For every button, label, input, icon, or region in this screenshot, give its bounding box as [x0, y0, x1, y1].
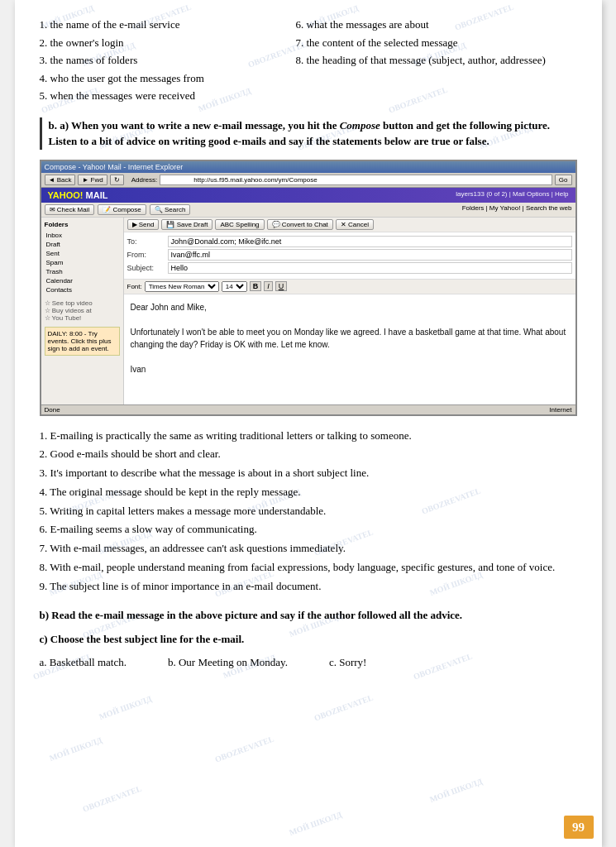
section-b: b) Read the e-mail message in the above … [40, 607, 577, 624]
to-label: To: [127, 237, 165, 246]
list-item: 5. when the messages were received [40, 88, 288, 104]
internet-zone: Internet [549, 406, 571, 414]
list-item: 2. the owner's login [40, 35, 288, 51]
instruction-italic: Compose [340, 119, 380, 132]
send-button[interactable]: ▶ Send [127, 219, 160, 230]
search-button[interactable]: 🔍 Search [150, 204, 191, 215]
statement-item: 3. It's important to describe what the m… [40, 465, 577, 482]
folder-contacts[interactable]: Contacts [45, 285, 120, 294]
yahoo-ad: ☆ See top video ☆ Buy videos at ☆ You Tu… [45, 299, 120, 322]
list-col-right: 6. what the messages are about7. the con… [296, 17, 577, 106]
mail-user: layers133 (0 of 2) | Mail Options | Help [456, 190, 568, 198]
compose-action-toolbar: ▶ Send 💾 Save Draft ABC Spelling 💬 Conve… [124, 218, 575, 232]
statement-item: 9. The subject line is of minor importan… [40, 578, 577, 596]
email-screenshot: Compose - Yahoo! Mail - Internet Explore… [40, 160, 577, 416]
compose-area: Folders Inbox Draft Sent Spam Trash Cale… [41, 218, 575, 404]
instruction-text-bold: a) When you want to write a new e-mail m… [60, 119, 339, 132]
address-bar-value: http://us.f95.mail.yahoo.com/ym/Compose [160, 175, 552, 185]
list-item: 1. the name of the e-mail service [40, 17, 288, 33]
back-button[interactable]: ◄ Back [45, 175, 76, 185]
save-draft-button[interactable]: 💾 Save Draft [161, 219, 212, 230]
list-item: 8. the heading of that message (subject,… [296, 52, 577, 69]
page-number: 99 [564, 816, 594, 839]
statement-item: 7. With e-mail messages, an addressee ca… [40, 540, 577, 557]
yahoo-logo: YAHOO! [48, 190, 84, 200]
convert-to-chat-button[interactable]: 💬 Convert to Chat [267, 219, 333, 230]
refresh-button[interactable]: ↻ [110, 175, 124, 185]
choice-item: a. Basketball match. [40, 656, 127, 669]
underline-button[interactable]: U [275, 281, 288, 291]
choice-item: b. Our Meeting on Monday. [168, 656, 288, 669]
statement-item: 4. The original message should be kept i… [40, 484, 577, 501]
mail-label: MAIL [86, 190, 108, 200]
ad-item1: ☆ See top video [45, 299, 120, 307]
folders-heading: Folders [45, 221, 120, 228]
spelling-button[interactable]: ABC Spelling [215, 219, 264, 230]
bold-button[interactable]: B [250, 281, 262, 291]
watermark-text: МОЙ ШКОЛД [288, 810, 343, 837]
list-item: 6. what the messages are about [296, 17, 577, 33]
subject-value[interactable]: Hello [168, 262, 572, 274]
compose-button[interactable]: 📝 Compose [98, 204, 146, 215]
ad-item2: ☆ Buy videos at [45, 307, 120, 314]
from-field-row: From: Ivan@ffc.ml [127, 249, 572, 261]
folder-calendar[interactable]: Calendar [45, 276, 120, 285]
browser-statusbar: Done Internet [41, 404, 575, 414]
instruction-label: b. [49, 119, 57, 132]
statement-item: 8. With e-mail, people understand meanin… [40, 559, 577, 577]
section-c: c) Choose the best subject line for the … [40, 631, 577, 648]
address-bar-label: Address: [131, 176, 158, 184]
browser-toolbar: ◄ Back ► Fwd ↻ Address: http://us.f95.ma… [41, 173, 575, 188]
format-toolbar: Font: Times New Roman 14 B I U [124, 280, 575, 294]
instruction-block: b. a) When you want to write a new e-mai… [40, 117, 577, 150]
font-label: Font: [127, 283, 142, 290]
watermark-text: OBOZREVATEL [313, 692, 374, 722]
cancel-button[interactable]: ✕ Cancel [336, 219, 374, 230]
statement-item: 1. E-mailing is practically the same as … [40, 428, 577, 445]
watermark-text: OBOZREVATEL [81, 783, 142, 813]
folder-inbox[interactable]: Inbox [45, 231, 120, 240]
folder-draft[interactable]: Draft [45, 240, 120, 249]
mail-count: Folders | My Yahoo! | Search the web [462, 204, 572, 215]
watermark-text: МОЙ ШКОЛД [98, 694, 153, 721]
ad-banner: DAILY: 8:00 - Try events. Click this plu… [45, 327, 120, 356]
italic-button[interactable]: I [264, 281, 273, 291]
status-text: Done [45, 406, 60, 414]
subject-label: Subject: [127, 264, 165, 272]
section-c-text: Choose the best subject line for the e-m… [50, 633, 244, 645]
statement-item: 6. E-mailing seems a slow way of communi… [40, 521, 577, 538]
watermark-text: OBOZREVATEL [213, 734, 275, 763]
email-body: Dear John and Mike, Unfortunately I won'… [124, 294, 575, 404]
list-col-left: 1. the name of the e-mail service2. the … [40, 17, 288, 106]
folder-sent[interactable]: Sent [45, 249, 120, 258]
subject-field-row: Subject: Hello [127, 262, 572, 274]
choices-row: a. Basketball match.b. Our Meeting on Mo… [40, 656, 577, 669]
email-greeting: Dear John and Mike, [131, 301, 569, 313]
statement-item: 5. Writing in capital letters makes a me… [40, 503, 577, 520]
choice-item: c. Sorry! [329, 656, 367, 669]
numbered-list-section: 1. the name of the e-mail service2. the … [40, 17, 577, 106]
statements-section: 1. E-mailing is practically the same as … [40, 428, 577, 596]
list-item: 7. the content of the selected message [296, 35, 577, 51]
browser-titlebar: Compose - Yahoo! Mail - Internet Explore… [41, 161, 575, 173]
watermark-text: МОЙ ШКОЛД [428, 777, 484, 804]
email-signature: Ivan [131, 363, 569, 376]
check-mail-button[interactable]: ✉ Check Mail [45, 204, 95, 215]
size-select[interactable]: 14 [222, 281, 247, 292]
browser-title-text: Compose - Yahoo! Mail - Internet Explore… [45, 163, 184, 171]
list-item: 4. who the user got the messages from [40, 70, 288, 87]
page: МОЙ ШКОЛДOBOZREVATELМОЙ ШКОЛДOBOZREVATEL… [15, 0, 602, 847]
section-b-text: Read the e-mail message in the above pic… [51, 609, 462, 621]
yahoo-mail-header: YAHOO! MAIL layers133 (0 of 2) | Mail Op… [41, 188, 575, 203]
forward-button[interactable]: ► Fwd [78, 175, 107, 185]
folders-panel: Folders Inbox Draft Sent Spam Trash Cale… [41, 218, 124, 404]
folder-trash[interactable]: Trash [45, 267, 120, 276]
font-select[interactable]: Times New Roman [145, 281, 219, 292]
email-nav-toolbar: ✉ Check Mail 📝 Compose 🔍 Search Folders … [41, 203, 575, 218]
watermark-text: МОЙ ШКОЛД [48, 735, 103, 763]
to-value[interactable]: John@Donald.com; Mike@ifc.net [168, 236, 572, 247]
section-b-label: b) [40, 609, 50, 621]
go-button[interactable]: Go [555, 175, 572, 185]
ad-item3: ☆ You Tube! [45, 314, 120, 322]
folder-spam[interactable]: Spam [45, 258, 120, 267]
